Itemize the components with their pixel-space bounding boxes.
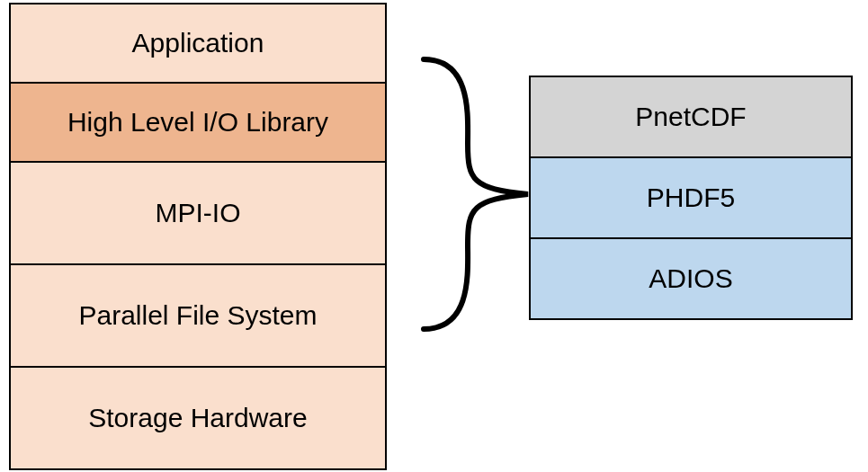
layer-label: MPI-IO	[156, 198, 241, 228]
library-label: PnetCDF	[635, 102, 746, 132]
curly-brace-icon	[418, 54, 535, 334]
layer-label: Storage Hardware	[88, 403, 307, 433]
layer-high-level-io-library: High Level I/O Library	[9, 82, 387, 163]
layer-mpi-io: MPI-IO	[9, 161, 387, 265]
layer-label: Parallel File System	[78, 300, 317, 331]
layer-application: Application	[9, 3, 387, 84]
library-label: PHDF5	[647, 183, 735, 213]
library-adios: ADIOS	[529, 237, 853, 320]
io-library-list: PnetCDF PHDF5 ADIOS	[529, 76, 853, 320]
library-phdf5: PHDF5	[529, 156, 853, 239]
library-label: ADIOS	[649, 263, 732, 294]
layer-label: Application	[132, 28, 264, 58]
layer-label: High Level I/O Library	[67, 107, 328, 138]
layer-storage-hardware: Storage Hardware	[9, 366, 387, 470]
io-stack: Application High Level I/O Library MPI-I…	[9, 3, 387, 470]
library-pnetcdf: PnetCDF	[529, 76, 853, 158]
layer-parallel-file-system: Parallel File System	[9, 263, 387, 368]
diagram-container: Application High Level I/O Library MPI-I…	[0, 0, 868, 472]
